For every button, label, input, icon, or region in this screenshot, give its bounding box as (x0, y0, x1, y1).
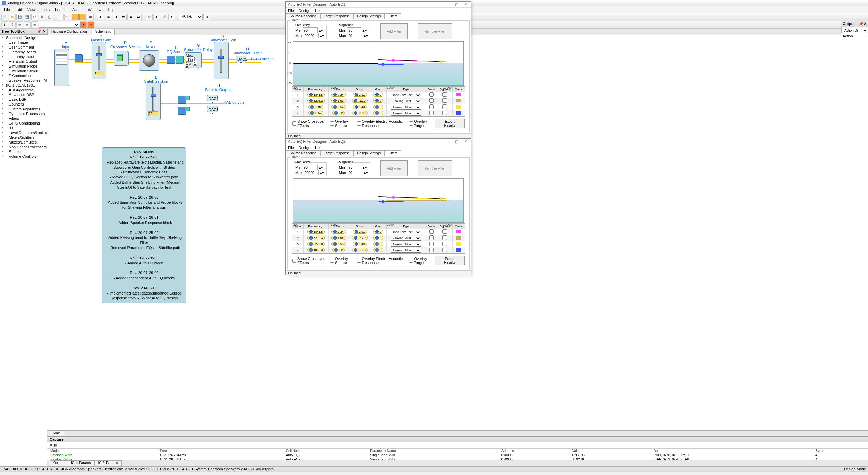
aq-tab-target[interactable]: Target Response (320, 13, 354, 19)
filter-type-select[interactable]: Peaking Filter (391, 242, 421, 247)
filter-view-checkbox[interactable] (429, 248, 434, 252)
filter-bypass-checkbox[interactable] (442, 111, 447, 115)
filter-row[interactable]: 410572.2-3.020Peaking Filter (292, 110, 465, 116)
aq-tab-source[interactable]: Source Response (286, 13, 320, 19)
tree-item[interactable]: Custom Algorithms (1, 107, 46, 111)
aq-tab-source[interactable]: Source Response (286, 150, 320, 156)
remove-filter-button[interactable]: Remove Filter (418, 23, 452, 39)
block-dac3[interactable]: DAC3 ▾ (207, 106, 218, 112)
filter-row[interactable]: 23205.21.59-2.290Peaking Filter (292, 98, 465, 104)
filter-type-select[interactable]: Tone Low Shelf (391, 230, 421, 234)
link-icon[interactable]: 🔗 (161, 14, 167, 20)
tb2-e[interactable]: ▭ (31, 21, 38, 28)
block-eq-2[interactable] (176, 56, 184, 64)
tree-item[interactable]: Muxes/Demuxes (1, 140, 46, 145)
tree-item[interactable]: Advanced DSP (1, 92, 46, 97)
tree-item[interactable]: Hierarchy Output (1, 59, 46, 64)
filter-type-select[interactable]: Peaking Filter (391, 248, 421, 253)
filter-view-checkbox[interactable] (429, 98, 434, 103)
remove-filter-button[interactable]: Remove Filter (418, 160, 452, 176)
filter-row[interactable]: 11841.50.242.910Tone Low Shelf (292, 92, 465, 98)
autoeq1-graph[interactable]: 20 10 0 -10 -20 20 100 1000 10000 (293, 41, 464, 86)
add-filter-button[interactable]: Add Filter (380, 23, 408, 39)
tab-output[interactable]: Output (50, 460, 67, 466)
tb2-d[interactable]: ▭ (24, 21, 31, 28)
block-sub-output[interactable]: DAC1 ▾ (236, 56, 246, 63)
tree-pin-icon[interactable]: 📌 ✕ (37, 29, 46, 34)
filter-bypass-checkbox[interactable] (442, 248, 447, 252)
tb-misc-icon[interactable]: ✦ (168, 14, 175, 20)
tree-body[interactable]: Schematic Design User Image User Comment… (0, 35, 47, 466)
filter-type-select[interactable]: Peaking Filter (391, 99, 421, 103)
sample-rate-select[interactable]: 48 kHz (179, 14, 203, 20)
autoeq2-window[interactable]: Auto-EQ Filter Designer: Auto EQ2 —▢✕ Fi… (285, 138, 471, 275)
menu-tools[interactable]: Tools (38, 7, 52, 12)
saveall-icon[interactable]: 💾 (24, 14, 31, 20)
tree-item[interactable]: ADI Algorithms (1, 88, 46, 92)
mag-min-input[interactable] (347, 27, 361, 33)
block-dac2[interactable]: DAC2 ▾ (207, 95, 218, 101)
tb-orange-2[interactable] (79, 14, 86, 20)
filter-type-select[interactable]: Tone Low Shelf (391, 93, 421, 97)
filter-bypass-checkbox[interactable] (442, 229, 447, 234)
menu-help[interactable]: Help (104, 7, 117, 12)
export-button[interactable]: Export Results (435, 256, 465, 265)
tree-item[interactable]: Dynamics Processors (1, 111, 46, 116)
cb-target[interactable] (409, 121, 413, 126)
output-combo[interactable]: Action Output (841, 27, 868, 33)
revisions-note[interactable]: REVISIONS Rev. 20-07-25-00- Replaced Har… (102, 147, 186, 303)
menu-action[interactable]: Action (70, 7, 85, 12)
mag-max-input[interactable] (348, 33, 362, 38)
aq-menu-design[interactable]: Design (299, 146, 310, 150)
block-eq[interactable] (167, 56, 175, 64)
filter-row[interactable]: 362940.541.430Peaking Filter (292, 104, 465, 110)
aq-menu-help[interactable]: Help (315, 8, 323, 13)
tree-item[interactable]: User Image (1, 40, 46, 45)
filter-view-checkbox[interactable] (429, 235, 434, 240)
tree-item[interactable]: Counters (1, 102, 46, 107)
cb-source[interactable] (330, 259, 334, 263)
filter-row[interactable]: 41050.32.2-2.980Peaking Filter (292, 247, 465, 253)
filter-bypass-checkbox[interactable] (442, 235, 447, 240)
aq-menu-design[interactable]: Design (299, 8, 310, 13)
compile-icon[interactable]: ⚙ (146, 14, 153, 20)
save-icon[interactable]: 💾 (16, 14, 23, 20)
dc-block[interactable] (75, 54, 83, 62)
filter-view-checkbox[interactable] (429, 92, 434, 97)
autoeq2-filter-table[interactable]: FilterFrequency1Q FactorBoostGainTypeVie… (292, 223, 465, 254)
freq-min-input[interactable] (303, 165, 318, 170)
tree-item[interactable]: Filters (1, 116, 46, 121)
filter-type-select[interactable]: Peaking Filter (391, 105, 421, 110)
tree-ic[interactable]: (IC 1) ADAU1701 (1, 83, 46, 88)
block-delay[interactable]: Max 192 Cur 1 Samples (185, 52, 202, 68)
maximize-icon[interactable]: ▢ (453, 139, 460, 144)
mag-min-input[interactable] (347, 165, 361, 170)
aq-menu-file[interactable]: File (288, 146, 294, 150)
tb-orange-1[interactable] (72, 14, 79, 20)
redo-icon[interactable]: ↷ (64, 14, 71, 20)
menu-edit[interactable]: Edit (13, 7, 25, 12)
cb-crossover[interactable] (292, 121, 296, 126)
filter-row[interactable]: 23210.31.64-2.290Peaking Filter (292, 235, 465, 241)
tree-item[interactable]: Simulation Probe (1, 64, 46, 69)
cb-target[interactable] (409, 259, 413, 263)
tree-item[interactable]: Mixers/Splitters (1, 135, 46, 140)
tree-item[interactable]: Volume Controls (1, 154, 46, 159)
close-icon[interactable]: ✕ (462, 139, 469, 144)
menu-window[interactable]: Window (85, 7, 104, 12)
block-input[interactable] (54, 49, 69, 86)
tab-schematic[interactable]: Schematic (92, 28, 115, 35)
mag-max-input[interactable] (348, 170, 362, 175)
tree-item[interactable]: Sources (1, 149, 46, 154)
freq-min-input[interactable] (303, 27, 318, 33)
align-left-icon[interactable]: ◧ (98, 14, 104, 20)
block-sub-gain[interactable] (214, 42, 229, 79)
capture-clear-icon[interactable]: ✕ (50, 443, 53, 448)
open-icon[interactable]: 📂 (9, 14, 16, 20)
tree-item[interactable]: Basic DSP (1, 97, 46, 102)
auto-eq1-probe[interactable] (185, 96, 190, 100)
tb-grid-icon[interactable]: ▦ (87, 14, 94, 20)
tree-item[interactable]: Hierarchy Board (1, 50, 46, 54)
filter-bypass-checkbox[interactable] (442, 92, 447, 97)
aq-tab-target[interactable]: Target Response (320, 150, 354, 156)
